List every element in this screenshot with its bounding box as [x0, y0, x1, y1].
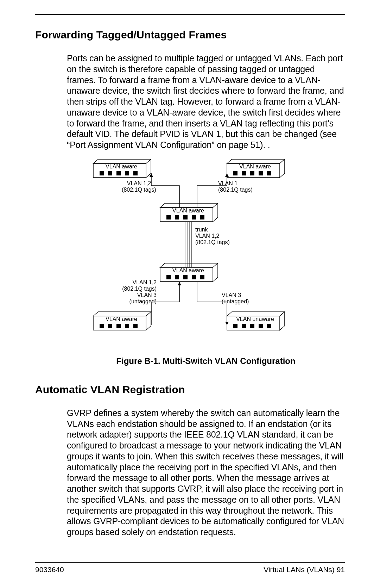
header-rule	[35, 14, 345, 15]
label-trunk2: VLAN 1,2	[195, 233, 220, 239]
label-trunk1: trunk	[195, 227, 208, 233]
section2-body: GVRP defines a system whereby the switch…	[67, 408, 345, 538]
label-sw-top-left: VLAN aware	[106, 163, 137, 169]
section1-heading: Forwarding Tagged/Untagged Frames	[35, 29, 345, 41]
label-link-tr1: VLAN 1	[218, 180, 238, 186]
label-link-bl2: (802.1Q tags)	[122, 286, 157, 292]
label-sw-mid2: VLAN aware	[172, 267, 204, 273]
label-link-tr2: (802.1Q tags)	[218, 187, 253, 193]
label-link-bl3: VLAN 3	[137, 292, 157, 298]
figure-caption: Figure B-1. Multi-Switch VLAN Configurat…	[67, 356, 345, 366]
label-link-bl1: VLAN 1,2	[133, 279, 157, 285]
label-link-br1: VLAN 3	[222, 292, 241, 298]
label-sw-bot-left: VLAN aware	[106, 316, 137, 322]
footer-right: Virtual LANs (VLANs) 91	[264, 565, 345, 574]
label-link-tl1: VLAN 1,2	[127, 180, 151, 186]
figure-b1: VLAN aware VLAN aware VLAN aware VLAN aw…	[67, 157, 345, 366]
diagram-svg: VLAN aware VLAN aware VLAN aware VLAN aw…	[67, 157, 313, 351]
label-sw-top-right: VLAN aware	[239, 163, 271, 169]
page-footer: 9033640 Virtual LANs (VLANs) 91	[35, 562, 345, 574]
label-sw-mid: VLAN aware	[172, 208, 204, 213]
label-link-tl2: (802.1Q tags)	[122, 187, 156, 193]
section2-heading: Automatic VLAN Registration	[35, 384, 345, 396]
section1-body: Ports can be assigned to multiple tagged…	[67, 53, 345, 150]
label-link-bl4: (untagged)	[129, 298, 157, 304]
label-link-br2: (untagged)	[222, 298, 249, 304]
label-trunk3: (802.1Q tags)	[195, 239, 230, 245]
label-sw-bot-right: VLAN unaware	[236, 316, 274, 322]
footer-left: 9033640	[35, 565, 64, 574]
